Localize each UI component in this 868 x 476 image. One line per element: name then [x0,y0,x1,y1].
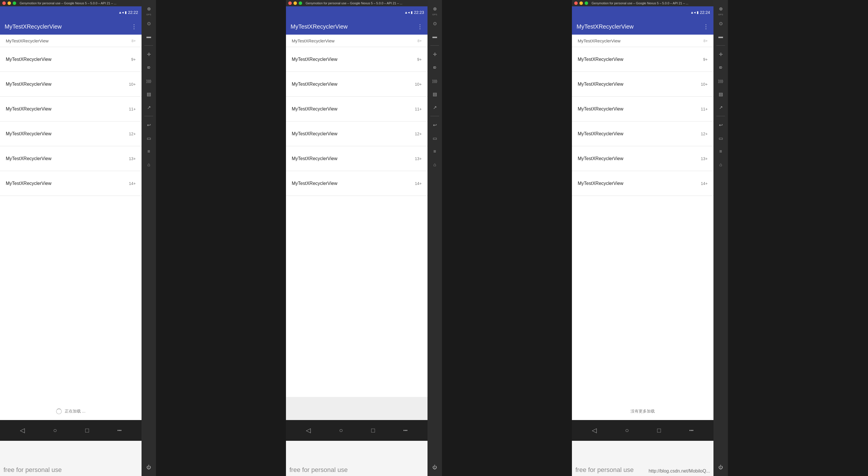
video-icon-3[interactable]: ▬ [715,31,726,42]
partial-item-text-3: MyTestXRecyclerView [578,38,620,43]
list-item-badge-2-1: 10+ [415,82,422,87]
list-item-badge-1-0: 9+ [131,57,136,62]
list-item-3-0[interactable]: MyTestXRecyclerView 9+ [572,47,713,72]
wifi-icon-2[interactable]: )))) [429,75,440,87]
home-button-2[interactable]: ○ [339,427,343,434]
menu-nav-icon-3[interactable]: ≡ [715,146,726,157]
message-icon-3[interactable]: ▤ [715,88,726,100]
power-icon-2[interactable]: ⏻ [429,462,440,473]
list-item-badge-3-3: 12+ [701,132,708,136]
video-icon-1[interactable]: ▬ [143,31,155,42]
status-bar-3: ▲◂ ▮ 22:24 [572,6,713,19]
share-icon-2[interactable]: ↗ [429,102,440,113]
loading-text-1: 正在加载 ... [65,409,86,414]
close-dot-2[interactable] [288,1,292,5]
list-item-1-1[interactable]: MyTestXRecyclerView 10+ [0,72,142,97]
list-item-2-0[interactable]: MyTestXRecyclerView 9+ [286,47,428,72]
list-item-1-3[interactable]: MyTestXRecyclerView 12+ [0,122,142,146]
minimize-dot-3[interactable] [580,1,583,5]
recents-button-2[interactable]: □ [371,427,375,434]
message-icon-1[interactable]: ▤ [143,88,155,100]
list-item-1-5[interactable]: MyTestXRecyclerView 14+ [0,171,142,196]
list-item-2-4[interactable]: MyTestXRecyclerView 13+ [286,146,428,171]
list-item-2-3[interactable]: MyTestXRecyclerView 12+ [286,122,428,146]
back-nav-icon-2[interactable]: ↩ [429,119,440,131]
menu-button-1[interactable]: ⋮ [131,23,137,30]
power-icon-1[interactable]: ⏻ [143,462,155,473]
list-item-text-1-1: MyTestXRecyclerView [6,82,52,87]
window-title-3: Genymotion for personal use – Google Nex… [592,1,688,5]
maximize-dot[interactable] [13,1,16,5]
home-nav-icon-3[interactable]: ⌂ [715,159,726,170]
list-item-2-5[interactable]: MyTestXRecyclerView 14+ [286,171,428,196]
minimize-dot[interactable] [7,1,11,5]
list-item-3-3[interactable]: MyTestXRecyclerView 12+ [572,122,713,146]
gps-icon-1[interactable]: ⊕ [143,3,155,14]
recents-nav-icon-3[interactable]: ▭ [715,132,726,144]
list-item-2-1[interactable]: MyTestXRecyclerView 10+ [286,72,428,97]
home-button-1[interactable]: ○ [53,427,57,434]
minimize-dot-2[interactable] [293,1,297,5]
wifi-icon-3[interactable]: )))) [715,75,726,87]
share-icon-1[interactable]: ↗ [143,102,155,113]
recents-nav-icon-2[interactable]: ▭ [429,132,440,144]
back-nav-icon-3[interactable]: ↩ [715,119,726,131]
list-item-3-5[interactable]: MyTestXRecyclerView 14+ [572,171,713,196]
watermark-text-3: free for personal use [576,466,634,474]
message-icon-2[interactable]: ▤ [429,88,440,100]
menu-button-3[interactable]: ⋮ [703,23,709,30]
gps-icon-2[interactable]: ⊕ [429,3,440,14]
back-button-2[interactable]: ◁ [306,427,311,434]
recents-button-3[interactable]: □ [657,427,661,434]
gps-icon-3[interactable]: ⊕ [715,3,726,14]
move-icon-1[interactable]: ✛ [143,48,155,60]
camera-icon-3[interactable]: ⊙ [715,18,726,29]
clock-3: 22:24 [700,10,710,15]
camera-icon-1[interactable]: ⊙ [143,18,155,29]
status-icons-1: ▲◂ ▮ 22:22 [118,10,138,15]
id-icon-1[interactable]: ID [143,62,155,73]
no-more-text-3: 没有更多加载 [630,409,655,414]
menu-nav-icon-1[interactable]: ≡ [143,146,155,157]
list-item-3-1[interactable]: MyTestXRecyclerView 10+ [572,72,713,97]
nav-more-1[interactable]: ••• [117,428,122,433]
list-item-partial-3: MyTestXRecyclerView 8+ [572,35,713,47]
share-icon-3[interactable]: ↗ [715,102,726,113]
back-button-3[interactable]: ◁ [592,427,597,434]
move-icon-3[interactable]: ✛ [715,48,726,60]
back-button-1[interactable]: ◁ [20,427,25,434]
list-item-text-3-5: MyTestXRecyclerView [578,181,623,186]
menu-button-2[interactable]: ⋮ [417,23,423,30]
move-icon-2[interactable]: ✛ [429,48,440,60]
recents-button-1[interactable]: □ [85,427,89,434]
home-nav-icon-2[interactable]: ⌂ [429,159,440,170]
nav-more-2[interactable]: ••• [403,428,408,433]
menu-nav-icon-2[interactable]: ≡ [429,146,440,157]
maximize-dot-3[interactable] [585,1,588,5]
list-item-text-1-3: MyTestXRecyclerView [6,131,52,136]
back-nav-icon-1[interactable]: ↩ [143,119,155,131]
home-nav-icon-1[interactable]: ⌂ [143,159,155,170]
list-item-1-4[interactable]: MyTestXRecyclerView 13+ [0,146,142,171]
power-icon-3[interactable]: ⏻ [715,462,726,473]
recents-nav-icon-1[interactable]: ▭ [143,132,155,144]
list-item-3-2[interactable]: MyTestXRecyclerView 11+ [572,97,713,122]
list-item-3-4[interactable]: MyTestXRecyclerView 13+ [572,146,713,171]
app-toolbar-1: MyTestXRecyclerView ⋮ [0,19,142,35]
close-dot-3[interactable] [574,1,578,5]
nav-more-3[interactable]: ••• [689,428,693,433]
home-button-3[interactable]: ○ [625,427,629,434]
list-item-1-0[interactable]: MyTestXRecyclerView 9+ [0,47,142,72]
close-dot[interactable] [2,1,6,5]
phone-screen-1: Genymotion for personal use – Google Nex… [0,0,142,476]
list-item-badge-1-1: 10+ [129,82,136,87]
id-icon-3[interactable]: ID [715,62,726,73]
wifi-icon-1[interactable]: )))) [143,75,155,87]
video-icon-2[interactable]: ▬ [429,31,440,42]
battery-icon-2: ▮ [411,10,413,14]
list-item-2-2[interactable]: MyTestXRecyclerView 11+ [286,97,428,122]
id-icon-2[interactable]: ID [429,62,440,73]
maximize-dot-2[interactable] [299,1,302,5]
list-item-1-2[interactable]: MyTestXRecyclerView 11+ [0,97,142,122]
camera-icon-2[interactable]: ⊙ [429,18,440,29]
